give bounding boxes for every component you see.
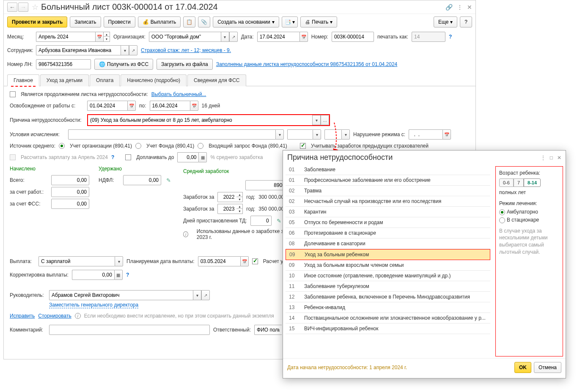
help-button[interactable]: ?	[460, 16, 472, 27]
reason-row[interactable]: 13Ребенок-инвалид	[286, 302, 490, 313]
source-org-radio[interactable]	[59, 143, 65, 149]
back-button[interactable]: ←	[7, 3, 17, 12]
close-icon[interactable]: ✕	[467, 4, 472, 11]
date-to-input[interactable]	[150, 101, 190, 111]
payup-input[interactable]	[177, 152, 198, 162]
post-button[interactable]: Провести	[104, 16, 135, 27]
reason-row[interactable]: 09Уход за больным взрослым членом семьи	[286, 260, 490, 271]
calendar-icon[interactable]: 📅	[299, 32, 308, 42]
date-from-input[interactable]	[87, 101, 127, 111]
ln-input[interactable]	[36, 59, 91, 69]
org-input[interactable]	[149, 32, 221, 42]
month-input-group[interactable]: 📅 ▲▼	[36, 32, 110, 42]
pencil-icon[interactable]: ✎	[166, 177, 171, 184]
reason-row[interactable]: 10Иное состояние (отравление, проведение…	[286, 271, 490, 281]
create-based-button[interactable]: Создать на основании ▾	[213, 16, 279, 27]
calendar-icon[interactable]: 📅	[442, 129, 451, 140]
select-sick-link[interactable]: Выбрать больничный...	[151, 91, 206, 97]
planned-date-input[interactable]	[198, 256, 240, 266]
attachment-icon-button[interactable]: 📎	[198, 16, 210, 27]
pay-button[interactable]: 💰Выплатить	[138, 16, 181, 27]
tab-payment[interactable]: Оплата	[90, 74, 120, 86]
manager-input[interactable]	[49, 290, 193, 300]
help-icon[interactable]: ?	[449, 34, 452, 40]
manager-position-link[interactable]: Заместитель генерального директора	[49, 302, 138, 308]
employer-input[interactable]	[51, 187, 89, 197]
reason-row[interactable]: 11Заболевание туберкулезом	[286, 281, 490, 292]
calc-icon[interactable]: ▦	[114, 270, 123, 280]
reverse-link[interactable]: Сторнировать	[38, 313, 71, 319]
employee-input[interactable]	[36, 45, 121, 55]
reason-row[interactable]: 12Заболевание ребенка, включенное в Пере…	[286, 292, 490, 302]
link-icon[interactable]: 🔗	[445, 4, 453, 11]
responsible-input[interactable]	[254, 325, 282, 335]
post-and-close-button[interactable]: Провести и закрыть	[7, 16, 67, 27]
open-icon[interactable]: ↗	[129, 45, 137, 55]
total-input[interactable]	[51, 175, 89, 185]
calc-icon[interactable]: ▦	[198, 152, 207, 162]
reason-row[interactable]: 02Несчастный случай на производстве или …	[286, 196, 490, 207]
maximize-icon[interactable]: □	[550, 155, 553, 161]
continuation-checkbox[interactable]	[10, 91, 16, 97]
spinner-down[interactable]: ▼	[104, 37, 110, 41]
get-fss-button[interactable]: 🌐 Получить из ФСС	[94, 59, 153, 70]
calendar-icon[interactable]: 📅	[240, 256, 249, 266]
close-icon[interactable]: ✕	[557, 155, 561, 161]
tab-main[interactable]: Главное	[7, 74, 39, 86]
org-input-group[interactable]: ▾ ↗	[149, 32, 238, 42]
age-8-14-button[interactable]: 8-14	[524, 178, 541, 187]
pencil-icon[interactable]: ✎	[277, 218, 281, 224]
reason-row[interactable]: 14Поствакцинальное осложнение или злокач…	[286, 313, 490, 323]
prev-insurers-checkbox[interactable]	[300, 143, 306, 149]
correction-input[interactable]	[72, 270, 114, 280]
reason-row[interactable]: 06Протезирование в стационаре	[286, 228, 490, 238]
report-icon-button[interactable]: 📋	[183, 16, 195, 27]
dropdown-icon[interactable]: ▾	[312, 115, 321, 125]
data-link[interactable]: Заполнены данные листка нетрудоспособнос…	[216, 61, 398, 67]
print-as-input[interactable]	[412, 32, 445, 42]
help-icon[interactable]: ?	[111, 154, 114, 160]
date-input[interactable]	[257, 32, 299, 42]
spinner-up[interactable]: ▲	[104, 32, 110, 37]
inpatient-radio[interactable]	[499, 217, 505, 223]
year2-input[interactable]	[217, 204, 236, 214]
dropdown-icon[interactable]: ▾	[221, 32, 229, 42]
tab-childcare[interactable]: Уход за детьми	[40, 74, 89, 86]
year1-input[interactable]	[217, 192, 236, 202]
favorite-star-icon[interactable]: ☆	[32, 3, 38, 12]
cond1-input[interactable]	[68, 129, 275, 140]
reason-row[interactable]: 03Карантин	[286, 207, 490, 217]
payment-input[interactable]	[38, 256, 115, 266]
ndfl-input[interactable]	[123, 175, 161, 185]
date-input-group[interactable]: 📅	[257, 32, 308, 42]
reason-row[interactable]: 01Заболевание	[286, 164, 490, 175]
menu-dots-icon[interactable]: ⋮	[457, 4, 463, 11]
cancel-button[interactable]: Отмена	[534, 362, 561, 373]
reason-input[interactable]	[88, 115, 312, 125]
more-icon[interactable]: …	[321, 115, 329, 125]
open-icon[interactable]: ↗	[229, 32, 238, 42]
ok-button[interactable]: OK	[514, 362, 531, 373]
load-file-button[interactable]: Загрузить из файла	[157, 59, 213, 70]
more-button[interactable]: Еще ▾	[434, 16, 457, 27]
number-input[interactable]	[332, 32, 374, 42]
tab-accrued[interactable]: Начислено (подробно)	[121, 74, 187, 86]
age-0-6-button[interactable]: 0-6	[499, 178, 514, 187]
reason-row[interactable]: 08Долечивание в санатории	[286, 238, 490, 249]
calendar-icon[interactable]: 📅	[190, 101, 198, 111]
copy-icon-button[interactable]: 📑 ▾	[282, 16, 298, 27]
dropdown-icon[interactable]: ▾	[121, 45, 129, 55]
month-input[interactable]	[36, 32, 95, 42]
calendar-icon[interactable]: 📅	[127, 101, 136, 111]
violation-date[interactable]	[409, 129, 442, 140]
payup-checkbox[interactable]	[125, 154, 131, 160]
suspension-input[interactable]	[250, 216, 272, 226]
help-icon[interactable]: ?	[126, 272, 129, 278]
insurance-link[interactable]: Страховой стаж: лет - 12; месяцев - 9.	[141, 47, 231, 53]
age-7-button[interactable]: 7	[514, 178, 524, 187]
menu-dots-icon[interactable]: ⋮	[541, 155, 546, 161]
calendar-icon[interactable]: 📅	[95, 32, 104, 42]
fss-input[interactable]	[51, 199, 89, 209]
fix-link[interactable]: Исправить	[10, 313, 35, 319]
reason-row[interactable]: 05Отпуск по беременности и родам	[286, 217, 490, 228]
